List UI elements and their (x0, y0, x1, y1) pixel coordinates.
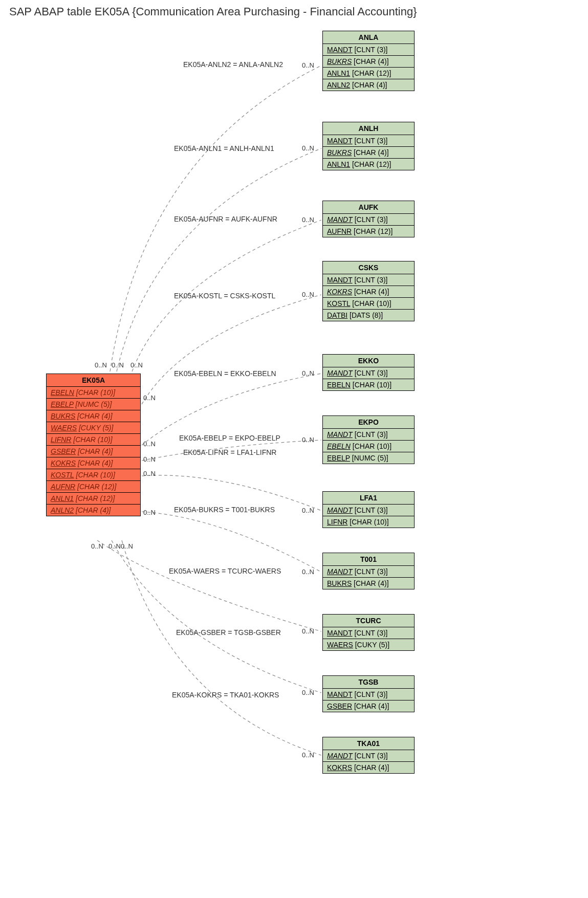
ref-table-anlh: ANLHMANDT [CLNT (3)]BUKRS [CHAR (4)]ANLN… (322, 122, 415, 170)
cardinality-dst: 0..N (302, 627, 314, 635)
table-field: KOKRS [CHAR (4)] (323, 286, 414, 298)
table-field: DATBI [DATS (8)] (323, 310, 414, 321)
table-field: BUKRS [CHAR (4)] (47, 410, 140, 422)
relationship-label: EK05A-AUFNR = AUFK-AUFNR (174, 215, 277, 223)
table-field: EBELN [CHAR (10)] (323, 441, 414, 452)
table-header: TCURC (323, 615, 414, 627)
ref-table-tka01: TKA01MANDT [CLNT (3)]KOKRS [CHAR (4)] (322, 737, 415, 774)
relationship-edge (112, 540, 321, 693)
table-field: MANDT [CLNT (3)] (323, 627, 414, 639)
table-field: EBELN [CHAR (10)] (47, 387, 140, 399)
table-field: GSBER [CHAR (4)] (47, 446, 140, 457)
table-field: AUFNR [CHAR (12)] (323, 226, 414, 237)
table-field: MANDT [CLNT (3)] (323, 689, 414, 700)
cardinality-src: 0..N (143, 394, 156, 402)
relationship-edge (117, 148, 321, 371)
table-field: MANDT [CLNT (3)] (323, 135, 414, 147)
cardinality-dst: 0..N (302, 144, 314, 152)
table-header: TKA01 (323, 737, 414, 750)
table-field: LIFNR [CHAR (10)] (323, 516, 414, 528)
table-header: ANLH (323, 122, 414, 135)
relationship-edge (97, 540, 321, 631)
table-field: ANLN1 [CHAR (12)] (323, 159, 414, 170)
relationship-label: EK05A-GSBER = TGSB-GSBER (176, 628, 281, 637)
table-field: KOSTL [CHAR (10)] (323, 298, 414, 310)
table-field: ANLN2 [CHAR (4)] (323, 79, 414, 91)
table-field: ANLN2 [CHAR (4)] (47, 505, 140, 516)
cardinality-dst: 0..N (302, 61, 314, 69)
relationship-label: EK05A-BUKRS = T001-BUKRS (174, 506, 275, 514)
relationship-label: EK05A-KOSTL = CSKS-KOSTL (174, 292, 275, 300)
main-table-ek05a: EK05AEBELN [CHAR (10)]EBELP [NUMC (5)]BU… (46, 374, 141, 516)
cardinality-dst: 0..N (302, 216, 314, 224)
table-field: GSBER [CHAR (4)] (323, 700, 414, 712)
table-field: MANDT [CLNT (3)] (323, 44, 414, 56)
cardinality-dst: 0..N (302, 291, 314, 298)
cardinality-dst: 0..N (302, 689, 314, 696)
table-field: BUKRS [CHAR (4)] (323, 147, 414, 159)
cardinality-src: 0..N (108, 542, 121, 550)
table-header: AUFK (323, 201, 414, 214)
cardinality-src: 0..N (112, 361, 124, 369)
table-field: AUFNR [CHAR (12)] (47, 481, 140, 493)
er-diagram-canvas: SAP ABAP table EK05A {Communication Area… (0, 0, 588, 898)
relationship-edge (142, 295, 321, 404)
ref-table-tcurc: TCURCMANDT [CLNT (3)]WAERS [CUKY (5)] (322, 614, 415, 651)
table-header: EKPO (323, 416, 414, 429)
relationship-label: EK05A-EBELN = EKKO-EBELN (174, 369, 276, 378)
table-field: ANLN1 [CHAR (12)] (47, 493, 140, 505)
cardinality-src: 0..N (91, 542, 103, 550)
table-field: BUKRS [CHAR (4)] (323, 578, 414, 589)
cardinality-src: 0..N (143, 509, 156, 516)
cardinality-dst: 0..N (302, 369, 314, 377)
ref-table-csks: CSKSMANDT [CLNT (3)]KOKRS [CHAR (4)]KOST… (322, 261, 415, 321)
ref-table-anla: ANLAMANDT [CLNT (3)]BUKRS [CHAR (4)]ANLN… (322, 31, 415, 91)
cardinality-src: 0..N (121, 542, 133, 550)
relationship-edge (142, 512, 321, 572)
table-field: EBELN [CHAR (10)] (323, 379, 414, 390)
table-field: EBELP [NUMC (5)] (47, 399, 140, 410)
table-field: WAERS [CUKY (5)] (47, 422, 140, 434)
cardinality-dst: 0..N (302, 568, 314, 576)
table-header: EK05A (47, 374, 140, 387)
table-header: CSKS (323, 261, 414, 274)
cardinality-src: 0..N (143, 440, 156, 448)
table-field: KOSTL [CHAR (10)] (47, 469, 140, 481)
relationship-label: EK05A-LIFNR = LFA1-LIFNR (183, 448, 276, 456)
table-header: LFA1 (323, 492, 414, 505)
cardinality-src: 0..N (143, 470, 156, 477)
ref-table-t001: T001MANDT [CLNT (3)]BUKRS [CHAR (4)] (322, 553, 415, 589)
ref-table-ekko: EKKOMANDT [CLNT (3)]EBELN [CHAR (10)] (322, 354, 415, 391)
table-field: EBELP [NUMC (5)] (323, 452, 414, 464)
ref-table-aufk: AUFKMANDT [CLNT (3)]AUFNR [CHAR (12)] (322, 201, 415, 237)
table-field: KOKRS [CHAR (4)] (323, 762, 414, 773)
cardinality-dst: 0..N (302, 751, 314, 759)
table-header: TGSB (323, 676, 414, 689)
page-title: SAP ABAP table EK05A {Communication Area… (9, 5, 417, 18)
ref-table-tgsb: TGSBMANDT [CLNT (3)]GSBER [CHAR (4)] (322, 675, 415, 712)
table-header: T001 (323, 553, 414, 566)
cardinality-src: 0..N (143, 455, 156, 463)
table-header: EKKO (323, 355, 414, 367)
relationship-label: EK05A-EBELP = EKPO-EBELP (179, 434, 280, 442)
table-field: MANDT [CLNT (3)] (323, 274, 414, 286)
table-field: MANDT [CLNT (3)] (323, 367, 414, 379)
table-field: MANDT [CLNT (3)] (323, 214, 414, 226)
relationship-label: EK05A-ANLN2 = ANLA-ANLN2 (183, 60, 283, 69)
table-field: LIFNR [CHAR (10)] (47, 434, 140, 446)
cardinality-src: 0..N (95, 361, 107, 369)
cardinality-src: 0..N (130, 361, 143, 369)
table-field: MANDT [CLNT (3)] (323, 750, 414, 762)
table-field: WAERS [CUKY (5)] (323, 639, 414, 650)
cardinality-dst: 0..N (302, 507, 314, 514)
table-field: KOKRS [CHAR (4)] (47, 457, 140, 469)
cardinality-dst: 0..N (302, 436, 314, 444)
table-field: ANLN1 [CHAR (12)] (323, 68, 414, 79)
ref-table-lfa1: LFA1MANDT [CLNT (3)]LIFNR [CHAR (10)] (322, 491, 415, 528)
relationship-label: EK05A-ANLN1 = ANLH-ANLN1 (174, 144, 274, 152)
relationship-label: EK05A-WAERS = TCURC-WAERS (169, 567, 281, 575)
table-field: MANDT [CLNT (3)] (323, 429, 414, 441)
table-field: BUKRS [CHAR (4)] (323, 56, 414, 68)
table-field: MANDT [CLNT (3)] (323, 566, 414, 578)
table-field: MANDT [CLNT (3)] (323, 505, 414, 516)
